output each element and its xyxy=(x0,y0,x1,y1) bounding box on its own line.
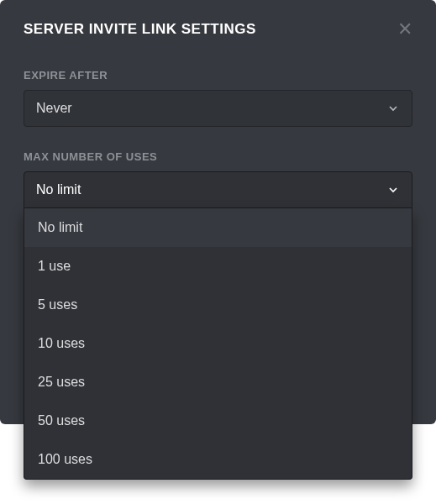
max-uses-menu: No limit 1 use 5 uses 10 uses 25 uses 50… xyxy=(24,208,412,480)
modal-header: SERVER INVITE LINK SETTINGS ✕ xyxy=(24,20,412,39)
close-icon[interactable]: ✕ xyxy=(397,20,412,39)
invite-settings-modal: SERVER INVITE LINK SETTINGS ✕ EXPIRE AFT… xyxy=(0,0,436,424)
max-uses-option[interactable]: 100 uses xyxy=(24,440,412,479)
max-uses-dropdown: No limit No limit 1 use 5 uses 10 uses 2… xyxy=(24,171,412,208)
max-uses-option[interactable]: 10 uses xyxy=(24,324,412,363)
chevron-down-icon xyxy=(386,183,400,197)
max-uses-option[interactable]: No limit xyxy=(24,208,412,247)
max-uses-option[interactable]: 50 uses xyxy=(24,402,412,440)
expire-after-label: EXPIRE AFTER xyxy=(24,69,412,81)
modal-title: SERVER INVITE LINK SETTINGS xyxy=(24,21,256,38)
expire-after-select[interactable]: Never xyxy=(24,90,412,127)
max-uses-option[interactable]: 5 uses xyxy=(24,286,412,324)
max-uses-option[interactable]: 25 uses xyxy=(24,363,412,402)
max-uses-option[interactable]: 1 use xyxy=(24,247,412,286)
max-uses-value: No limit xyxy=(36,182,81,197)
chevron-down-icon xyxy=(386,102,400,115)
max-uses-label: MAX NUMBER OF USES xyxy=(24,150,412,163)
max-uses-select[interactable]: No limit xyxy=(24,171,412,208)
expire-after-value: Never xyxy=(36,101,72,116)
